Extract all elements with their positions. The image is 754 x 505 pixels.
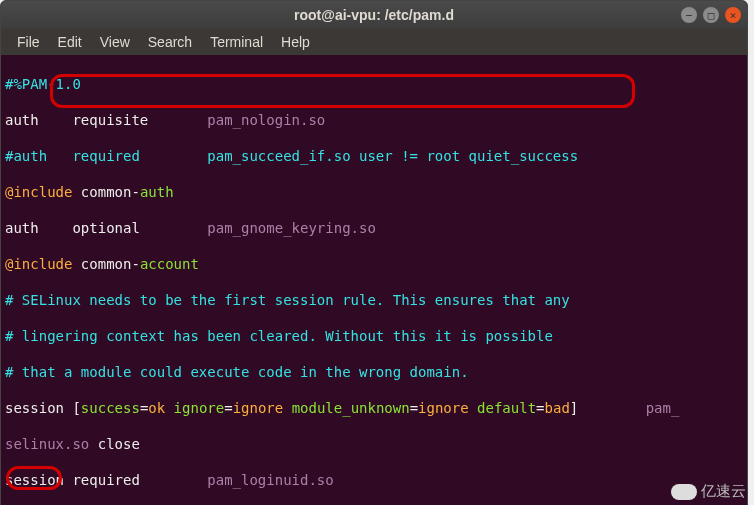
code-line: @include [5,256,72,272]
code-line: auth [140,184,174,200]
code-line: # SELinux needs to be the first session … [5,292,570,308]
terminal-window: root@ai-vpu: /etc/pam.d − □ × File Edit … [0,0,748,505]
code-line: # lingering context has been cleared. Wi… [5,328,553,344]
code-line: account [140,256,199,272]
code-line: #auth required pam_succeed_if.so user !=… [5,148,578,164]
code-line: = [224,400,232,416]
code-line: ignore [165,400,224,416]
code-line: ignore [233,400,284,416]
code-line: default [469,400,536,416]
menu-view[interactable]: View [92,31,138,53]
menu-search[interactable]: Search [140,31,200,53]
code-line: session required [5,472,207,488]
window-title: root@ai-vpu: /etc/pam.d [294,7,454,23]
terminal-body[interactable]: #%PAM-1.0 auth requisite pam_nologin.so … [1,55,747,505]
maximize-button[interactable]: □ [703,7,719,23]
cloud-icon [671,484,697,500]
menu-edit[interactable]: Edit [50,31,90,53]
code-line: pam_gnome_keyring.so [207,220,376,236]
code-line: #%PAM-1.0 [5,76,81,92]
menubar: File Edit View Search Terminal Help [1,29,747,55]
code-line: pam_ [646,400,680,416]
code-line: ignore [418,400,469,416]
menu-file[interactable]: File [9,31,48,53]
code-line: pam_nologin.so [207,112,325,128]
watermark: 亿速云 [671,482,746,501]
watermark-text: 亿速云 [701,482,746,501]
code-line: # that a module could execute code in th… [5,364,469,380]
code-line: common- [72,184,139,200]
code-line: = [536,400,544,416]
code-line: ] [570,400,646,416]
menu-terminal[interactable]: Terminal [202,31,271,53]
code-line: selinux.so [5,436,89,452]
code-line: @include [5,184,72,200]
close-button[interactable]: × [725,7,741,23]
code-line: auth requisite [5,112,207,128]
code-line: close [89,436,140,452]
code-line: bad [545,400,570,416]
code-line: common- [72,256,139,272]
titlebar: root@ai-vpu: /etc/pam.d − □ × [1,1,747,29]
code-line: success [81,400,140,416]
code-line: auth optional [5,220,207,236]
code-line: pam_loginuid.so [207,472,333,488]
code-line: = [410,400,418,416]
window-controls: − □ × [681,7,741,23]
menu-help[interactable]: Help [273,31,318,53]
minimize-button[interactable]: − [681,7,697,23]
code-line: module_unknown [283,400,409,416]
code-line: ok [148,400,165,416]
code-line: session [ [5,400,81,416]
